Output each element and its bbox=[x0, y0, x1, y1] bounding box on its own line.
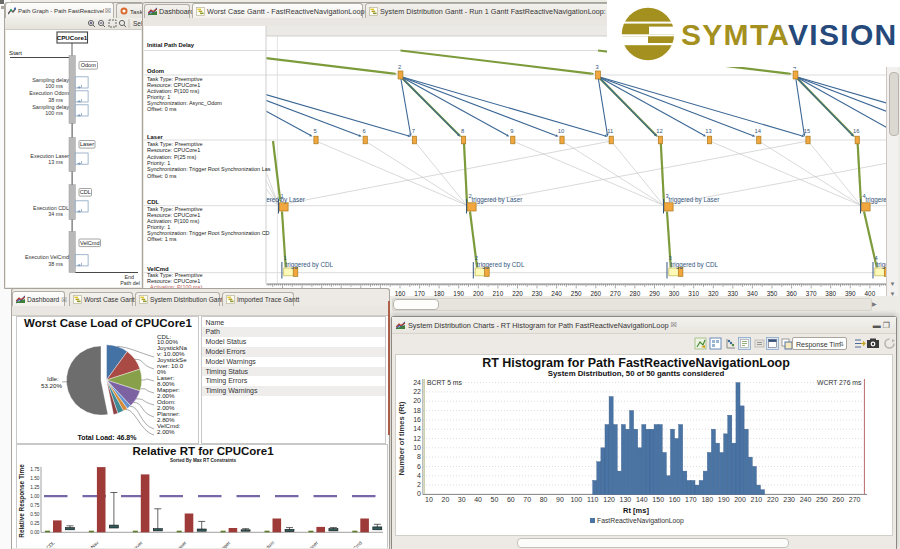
svg-text:FastReactiveNavigationLoop: FastReactiveNavigationLoop bbox=[597, 517, 684, 525]
svg-text:6: 6 bbox=[417, 463, 421, 470]
svg-text:100 ms: 100 ms bbox=[45, 83, 63, 89]
svg-text:100 ms: 100 ms bbox=[45, 110, 63, 116]
svg-text:Relative Response Time: Relative Response Time bbox=[18, 464, 26, 538]
svg-text:13 ms: 13 ms bbox=[48, 159, 63, 165]
svg-text:Execution CDL: Execution CDL bbox=[33, 205, 69, 211]
svg-text:CDL: CDL bbox=[80, 189, 91, 195]
svg-text:Task Type: Preemptive: Task Type: Preemptive bbox=[147, 141, 203, 147]
svg-text:12: 12 bbox=[656, 128, 662, 134]
svg-text:CPUCore1: CPUCore1 bbox=[57, 34, 88, 41]
svg-text:80: 80 bbox=[540, 496, 548, 503]
svg-text:Planner: Planner bbox=[304, 540, 320, 548]
svg-text:WCRT 276 ms: WCRT 276 ms bbox=[817, 379, 862, 386]
svg-text:Activation: P(25 ms): Activation: P(25 ms) bbox=[147, 154, 196, 160]
svg-text:14: 14 bbox=[755, 128, 762, 134]
svg-text:170: 170 bbox=[685, 496, 697, 503]
svg-text:190: 190 bbox=[718, 496, 730, 503]
svg-text:240: 240 bbox=[800, 496, 812, 503]
svg-text:250: 250 bbox=[816, 496, 828, 503]
svg-text:triggered by Laser: triggered by Laser bbox=[669, 196, 720, 204]
svg-text:0.50: 0.50 bbox=[30, 512, 40, 517]
svg-text:22: 22 bbox=[413, 388, 421, 395]
svg-text:18: 18 bbox=[413, 407, 421, 414]
svg-text:13: 13 bbox=[705, 128, 711, 134]
svg-text:0.00: 0.00 bbox=[30, 530, 40, 535]
svg-text:16: 16 bbox=[413, 416, 421, 423]
svg-text:System Distribution, 50 of 50: System Distribution, 50 of 50 gantts con… bbox=[548, 369, 725, 378]
svg-text:210: 210 bbox=[751, 496, 763, 503]
svg-text:7: 7 bbox=[412, 128, 415, 134]
svg-text:Start: Start bbox=[9, 49, 22, 56]
svg-text:10: 10 bbox=[425, 496, 433, 503]
svg-text:Sampling delay: Sampling delay bbox=[32, 104, 69, 110]
svg-text:200: 200 bbox=[734, 496, 746, 503]
svg-text:160: 160 bbox=[669, 496, 681, 503]
svg-text:1.25: 1.25 bbox=[30, 485, 40, 490]
svg-text:Path del: Path del bbox=[120, 280, 140, 286]
svg-text:Rt [ms]: Rt [ms] bbox=[623, 506, 649, 515]
svg-text:Worst Case Load of CPUCore1: Worst Case Load of CPUCore1 bbox=[24, 317, 192, 329]
svg-text:6: 6 bbox=[363, 128, 366, 134]
svg-text:VelCmd: VelCmd bbox=[80, 240, 100, 246]
svg-text:30: 30 bbox=[458, 496, 466, 503]
svg-text:SYMTAVISION: SYMTAVISION bbox=[681, 18, 898, 51]
svg-text:Relative RT for CPUCore1: Relative RT for CPUCore1 bbox=[132, 445, 274, 457]
svg-text:triggered by Laser: triggered by Laser bbox=[254, 196, 305, 204]
svg-text:20: 20 bbox=[413, 397, 421, 404]
svg-text:9: 9 bbox=[510, 128, 513, 134]
svg-text:Laser: Laser bbox=[175, 540, 187, 548]
svg-text:VelCmd: VelCmd bbox=[147, 266, 169, 272]
svg-text:53.20%: 53.20% bbox=[41, 382, 62, 389]
svg-text:11: 11 bbox=[607, 128, 613, 134]
svg-text:JoystickServer: JoystickServer bbox=[118, 540, 144, 548]
svg-text:20: 20 bbox=[442, 496, 450, 503]
svg-text:34 ms: 34 ms bbox=[48, 211, 63, 217]
svg-text:150: 150 bbox=[652, 496, 664, 503]
svg-text:100: 100 bbox=[570, 496, 582, 503]
svg-text:2: 2 bbox=[417, 481, 421, 488]
svg-text:10: 10 bbox=[413, 444, 421, 451]
svg-text:Offset: 0 ms: Offset: 0 ms bbox=[147, 106, 177, 112]
svg-text:2: 2 bbox=[398, 64, 401, 70]
svg-text:70: 70 bbox=[523, 496, 531, 503]
svg-text:Total Load: 46.8%: Total Load: 46.8% bbox=[78, 434, 138, 441]
svg-text:8: 8 bbox=[461, 128, 464, 134]
svg-text:38 ms: 38 ms bbox=[48, 97, 63, 103]
svg-text:16: 16 bbox=[853, 128, 859, 134]
svg-text:BCRT 5 ms: BCRT 5 ms bbox=[427, 379, 462, 386]
svg-text:Initial Path Delay: Initial Path Delay bbox=[147, 42, 195, 48]
svg-text:1.00: 1.00 bbox=[30, 494, 40, 499]
svg-text:Sampling delay: Sampling delay bbox=[32, 77, 69, 83]
svg-text:Sorted By Max RT Constraints: Sorted By Max RT Constraints bbox=[170, 458, 237, 463]
svg-text:1.75: 1.75 bbox=[30, 467, 40, 472]
svg-text:VelCmd: VelCmd bbox=[348, 540, 364, 548]
svg-text:220: 220 bbox=[767, 496, 779, 503]
svg-text:110: 110 bbox=[587, 496, 598, 503]
svg-text:Laser: Laser bbox=[80, 141, 94, 147]
svg-text:0.25: 0.25 bbox=[30, 521, 40, 526]
svg-text:Offset: 1 ms: Offset: 1 ms bbox=[147, 236, 177, 242]
svg-text:Resource: CPUCore1: Resource: CPUCore1 bbox=[147, 147, 200, 153]
svg-text:Execution Odom: Execution Odom bbox=[29, 90, 69, 96]
svg-text:Execution Laser: Execution Laser bbox=[30, 153, 69, 159]
svg-text:40: 40 bbox=[474, 496, 482, 503]
svg-text:270: 270 bbox=[849, 496, 861, 503]
svg-text:Synchronization: Trigger Root: Synchronization: Trigger Root Synchroniz… bbox=[147, 166, 271, 172]
svg-text:CDL: CDL bbox=[147, 199, 160, 205]
svg-text:3: 3 bbox=[595, 64, 598, 70]
svg-text:140: 140 bbox=[636, 496, 648, 503]
svg-text:10: 10 bbox=[558, 128, 564, 134]
svg-text:38 ms: 38 ms bbox=[48, 261, 63, 267]
svg-text:4: 4 bbox=[417, 472, 421, 479]
svg-text:Laser: Laser bbox=[147, 134, 163, 140]
svg-text:50: 50 bbox=[491, 496, 499, 503]
svg-text:Odom: Odom bbox=[262, 540, 275, 548]
svg-text:8: 8 bbox=[417, 453, 421, 460]
svg-text:triggered by CDL: triggered by CDL bbox=[671, 261, 719, 269]
svg-text:triggered by Laser: triggered by Laser bbox=[472, 196, 523, 204]
svg-text:90: 90 bbox=[556, 496, 564, 503]
svg-text:1.50: 1.50 bbox=[30, 476, 40, 481]
svg-text:Execution VelCmd: Execution VelCmd bbox=[25, 254, 69, 260]
svg-text:Odom: Odom bbox=[147, 68, 164, 74]
svg-text:12: 12 bbox=[413, 435, 421, 442]
